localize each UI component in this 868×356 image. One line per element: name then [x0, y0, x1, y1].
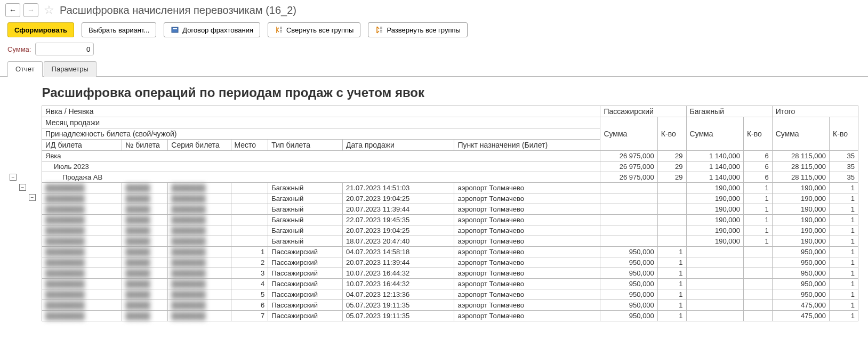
cell-psum: 950,000: [600, 268, 657, 279]
cell-ticket-id: ████████: [42, 204, 122, 215]
cell-psum: 26 975,000: [600, 161, 657, 172]
cell-ticket-num: █████: [122, 268, 168, 279]
collapse-all-button[interactable]: Свернуть все группы: [268, 22, 360, 37]
table-row[interactable]: ████████████████████Багажный20.07.2023 1…: [42, 204, 858, 215]
cell-ticket-num: █████: [122, 183, 168, 193]
table-row[interactable]: ████████████████████Багажный21.07.2023 1…: [42, 183, 858, 193]
expand-all-button[interactable]: Развернуть все группы: [368, 22, 467, 37]
cell-seat: 5: [231, 289, 268, 300]
table-row[interactable]: ████████████████████7Пассажирский05.07.2…: [42, 311, 858, 321]
cell-dest: аэропорт Толмачево: [454, 215, 600, 225]
forward-button[interactable]: →: [23, 3, 38, 17]
cell-bsum: [686, 268, 743, 279]
table-row[interactable]: ████████████████████Багажный22.07.2023 1…: [42, 215, 858, 225]
cell-bsum: 190,000: [686, 236, 743, 247]
cell-ticket-series: ███████: [168, 236, 231, 247]
charter-contract-button[interactable]: Договор фрахтования: [164, 22, 260, 37]
tree-toggle-level3[interactable]: −: [29, 194, 36, 201]
tab-params[interactable]: Параметры: [44, 61, 97, 77]
cell-type: Багажный: [268, 204, 343, 215]
table-row[interactable]: ████████████████████Багажный18.07.2023 2…: [42, 236, 858, 247]
group-row[interactable]: Явка26 975,000291 140,000628 115,00035: [42, 151, 858, 161]
table-row[interactable]: ████████████████████6Пассажирский05.07.2…: [42, 300, 858, 311]
cell-date: 05.07.2023 19:11:35: [342, 300, 454, 311]
sum-input[interactable]: [35, 43, 94, 55]
table-row[interactable]: ████████████████████Багажный20.07.2023 1…: [42, 225, 858, 236]
cell-pcnt: 1: [657, 257, 686, 268]
cell-date: 18.07.2023 20:47:40: [342, 236, 454, 247]
group-row[interactable]: Продажа АВ26 975,000291 140,000628 115,0…: [42, 172, 858, 183]
cell-dest: аэропорт Толмачево: [454, 225, 600, 236]
cell-ticket-num: █████: [122, 193, 168, 204]
back-button[interactable]: ←: [5, 3, 20, 17]
tree-toggle-level1[interactable]: −: [10, 174, 17, 181]
table-row[interactable]: ████████████████████1Пассажирский04.07.2…: [42, 247, 858, 257]
col-baggage: Багажный: [686, 106, 772, 117]
sum-label: Сумма:: [7, 45, 31, 53]
cell-tcnt: 1: [830, 183, 858, 193]
favorite-star-icon[interactable]: ☆: [44, 3, 54, 17]
cell-tsum: 475,000: [772, 311, 829, 321]
cell-date: 05.07.2023 19:11:35: [342, 311, 454, 321]
cell-pcnt: [657, 193, 686, 204]
cell-bsum: [686, 279, 743, 289]
cell-psum: 950,000: [600, 279, 657, 289]
select-variant-button[interactable]: Выбрать вариант...: [82, 22, 156, 37]
cell-ticket-id: ████████: [42, 193, 122, 204]
table-row[interactable]: ████████████████████3Пассажирский10.07.2…: [42, 268, 858, 279]
cell-tsum: 190,000: [772, 193, 829, 204]
cell-bcnt: 6: [743, 161, 772, 172]
cell-ticket-series: ███████: [168, 311, 231, 321]
col-ticket-series: Серия билета: [168, 140, 231, 151]
cell-pcnt: 1: [657, 268, 686, 279]
cell-tsum: 28 115,000: [772, 161, 829, 172]
svg-rect-0: [172, 27, 178, 33]
report-title: Расшифровка операций по периодам продаж …: [42, 82, 858, 106]
expand-all-label: Развернуть все группы: [387, 26, 460, 34]
cell-bcnt: [743, 311, 772, 321]
cell-tcnt: 1: [830, 215, 858, 225]
cell-bsum: [686, 247, 743, 257]
cell-psum: 950,000: [600, 289, 657, 300]
col-ticket-id: ИД билета: [42, 140, 122, 151]
charter-contract-label: Договор фрахтования: [182, 26, 253, 34]
cell-bsum: 1 140,000: [686, 151, 743, 161]
table-row[interactable]: ████████████████████Багажный20.07.2023 1…: [42, 193, 858, 204]
col-ticket-type: Тип билета: [268, 140, 343, 151]
cell-bcnt: [743, 300, 772, 311]
cell-seat: 7: [231, 311, 268, 321]
cell-pcnt: 29: [657, 172, 686, 183]
cell-ticket-series: ███████: [168, 257, 231, 268]
cell-bsum: 190,000: [686, 183, 743, 193]
cell-ticket-num: █████: [122, 215, 168, 225]
cell-dest: аэропорт Толмачево: [454, 289, 600, 300]
tree-toggle-level2[interactable]: −: [19, 184, 26, 191]
cell-type: Пассажирский: [268, 300, 343, 311]
col-destination: Пункт назначения (Билет): [454, 140, 600, 151]
cell-tsum: 190,000: [772, 215, 829, 225]
cell-date: 10.07.2023 16:44:32: [342, 279, 454, 289]
col-sale-date: Дата продажи: [342, 140, 454, 151]
cell-ticket-num: █████: [122, 247, 168, 257]
cell-type: Пассажирский: [268, 268, 343, 279]
table-row[interactable]: ████████████████████5Пассажирский04.07.2…: [42, 289, 858, 300]
cell-dest: аэропорт Толмачево: [454, 268, 600, 279]
cell-psum: 950,000: [600, 311, 657, 321]
generate-button[interactable]: Сформировать: [7, 22, 74, 37]
cell-ticket-id: ████████: [42, 311, 122, 321]
cell-bsum: 190,000: [686, 193, 743, 204]
header-row1: Явка / Неявка: [42, 106, 600, 117]
cell-date: 20.07.2023 19:04:25: [342, 193, 454, 204]
cell-psum: [600, 215, 657, 225]
col-passenger: Пассажирский: [600, 106, 686, 117]
table-row[interactable]: ████████████████████2Пассажирский20.07.2…: [42, 257, 858, 268]
cell-pcnt: 1: [657, 289, 686, 300]
group-row[interactable]: Июль 202326 975,000291 140,000628 115,00…: [42, 161, 858, 172]
cell-dest: аэропорт Толмачево: [454, 183, 600, 193]
cell-pcnt: 1: [657, 311, 686, 321]
cell-tcnt: 1: [830, 268, 858, 279]
cell-date: 20.07.2023 19:04:25: [342, 225, 454, 236]
tab-report[interactable]: Отчет: [7, 61, 43, 77]
table-row[interactable]: ████████████████████4Пассажирский10.07.2…: [42, 279, 858, 289]
cell-tcnt: 1: [830, 257, 858, 268]
